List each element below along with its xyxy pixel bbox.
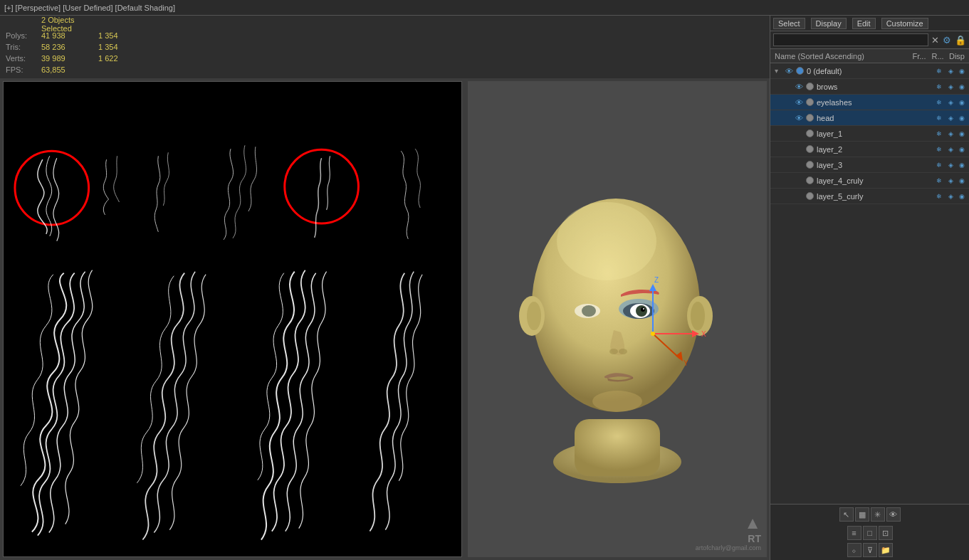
display-head[interactable]: ◉ xyxy=(956,112,968,124)
layer-tree: ▾👁0 (default)❄◈◉👁brows❄◈◉👁eyelashes❄◈◉👁h… xyxy=(770,63,969,504)
hair-svg xyxy=(4,82,461,556)
display-layer_4_cruly[interactable]: ◉ xyxy=(956,175,968,186)
layer-item-eyelashes[interactable]: 👁eyelashes❄◈◉ xyxy=(770,95,969,110)
render-layer_4_cruly[interactable]: ◈ xyxy=(945,175,956,186)
tool-row-1: ↖ ▦ ✳ 👁 xyxy=(839,507,901,522)
filter-icon[interactable]: ⚙ xyxy=(943,35,951,46)
layer-name-eyelashes: eyelashes xyxy=(817,98,933,107)
list-btn2[interactable]: □ xyxy=(863,526,877,540)
svg-point-29 xyxy=(651,332,655,336)
render-layer_1[interactable]: ◈ xyxy=(945,128,956,139)
folder-btn[interactable]: 📁 xyxy=(879,543,893,557)
render-brows[interactable]: ◈ xyxy=(945,81,956,93)
freeze-layer_2[interactable]: ❄ xyxy=(933,144,945,155)
arrow-tool[interactable]: ↖ xyxy=(839,507,854,522)
display-default[interactable]: ◉ xyxy=(956,65,968,77)
tris-val1: 58 236 xyxy=(41,43,98,51)
search-bar: ✕ ⚙ 🔒 xyxy=(770,31,969,49)
tris-val2: 1 354 xyxy=(98,43,155,51)
eye-icon-eyelashes[interactable]: 👁 xyxy=(793,97,805,108)
eye-icon-default[interactable]: 👁 xyxy=(783,65,795,77)
watermark: ▲ RT artofcharly@gmail.com xyxy=(696,513,761,551)
svg-point-19 xyxy=(592,391,642,412)
filter-btn[interactable]: ⊽ xyxy=(863,543,877,557)
render-eyelashes[interactable]: ◈ xyxy=(945,97,956,108)
render-layer_3[interactable]: ◈ xyxy=(945,159,956,171)
display-menu[interactable]: Display xyxy=(811,18,847,29)
expand-icon: ▾ xyxy=(775,67,783,75)
svg-text:X: X xyxy=(701,330,706,338)
layer-item-layer_1[interactable]: layer_1❄◈◉ xyxy=(770,126,969,142)
layer-name-layer_4_cruly: layer_4_cruly xyxy=(817,176,933,185)
col-fr-header: Fr... xyxy=(909,52,929,60)
svg-point-8 xyxy=(557,202,656,280)
clear-search-icon[interactable]: ✕ xyxy=(931,35,939,46)
color-dot-layer_5_curly xyxy=(806,192,814,200)
customize-menu[interactable]: Customize xyxy=(881,18,928,29)
main-content: 2 Objects Selected Polys: 41 938 1 354 T… xyxy=(0,16,969,560)
layer-name-head: head xyxy=(817,114,933,122)
layer-item-brows[interactable]: 👁brows❄◈◉ xyxy=(770,79,969,95)
eye-icon-brows[interactable]: 👁 xyxy=(793,81,805,93)
color-dot-layer_1 xyxy=(806,130,814,137)
layer-item-layer_5_curly[interactable]: layer_5_curly❄◈◉ xyxy=(770,189,969,204)
render-default[interactable]: ◈ xyxy=(945,65,956,77)
viewport-label: [+] [Perspective] [User Defined] [Defaul… xyxy=(4,4,175,12)
tris-label: Tris: xyxy=(6,43,41,51)
freeze-brows[interactable]: ❄ xyxy=(933,81,945,93)
svg-rect-0 xyxy=(4,110,461,528)
color-dot-layer_3 xyxy=(806,161,814,169)
svg-point-18 xyxy=(619,349,627,354)
select-tool[interactable]: ▦ xyxy=(855,507,869,522)
list-btn3[interactable]: ⊡ xyxy=(879,526,893,540)
display-layer_2[interactable]: ◉ xyxy=(956,144,968,155)
eye-tool[interactable]: 👁 xyxy=(886,507,901,522)
display-brows[interactable]: ◉ xyxy=(956,81,968,93)
fps-val: 63,855 xyxy=(41,65,98,74)
color-dot-brows xyxy=(806,83,814,90)
watermark-initials: RT xyxy=(696,533,761,544)
display-layer_1[interactable]: ◉ xyxy=(956,128,968,139)
eye-icon-head[interactable]: 👁 xyxy=(793,112,805,124)
freeze-layer_1[interactable]: ❄ xyxy=(933,128,945,139)
layer-item-default[interactable]: ▾👁0 (default)❄◈◉ xyxy=(770,63,969,79)
freeze-layer_3[interactable]: ❄ xyxy=(933,159,945,171)
svg-point-17 xyxy=(609,349,618,354)
freeze-default[interactable]: ❄ xyxy=(933,65,945,77)
layer-name-layer_2: layer_2 xyxy=(817,145,933,154)
freeze-head[interactable]: ❄ xyxy=(933,112,945,124)
column-headers: Name (Sorted Ascending) Fr... R... Disp xyxy=(770,49,969,63)
layer-item-layer_2[interactable]: layer_2❄◈◉ xyxy=(770,142,969,157)
select-menu[interactable]: Select xyxy=(773,18,805,29)
color-dot-layer_4_cruly xyxy=(806,176,814,184)
edit-menu[interactable]: Edit xyxy=(852,18,876,29)
svg-text:Y: Y xyxy=(683,359,688,367)
top-bar: [+] [Perspective] [User Defined] [Defaul… xyxy=(0,0,969,16)
hair-reference-panel xyxy=(3,81,462,557)
layer-item-layer_4_cruly[interactable]: layer_4_cruly❄◈◉ xyxy=(770,173,969,189)
display-eyelashes[interactable]: ◉ xyxy=(956,97,968,108)
freeze-eyelashes[interactable]: ❄ xyxy=(933,97,945,108)
verts-val1: 39 989 xyxy=(41,54,98,63)
layer-item-head[interactable]: 👁head❄◈◉ xyxy=(770,110,969,126)
freeze-layer_5_curly[interactable]: ❄ xyxy=(933,191,945,202)
layer-name-default: 0 (default) xyxy=(807,67,933,75)
settings-tool[interactable]: ✳ xyxy=(871,507,885,522)
display-layer_5_curly[interactable]: ◉ xyxy=(956,191,968,202)
display-layer_3[interactable]: ◉ xyxy=(956,159,968,171)
watermark-email: artofcharly@gmail.com xyxy=(696,544,761,551)
lock-icon[interactable]: 🔒 xyxy=(955,35,966,46)
tool-row-2: ≡ □ ⊡ xyxy=(847,526,893,540)
col-name-header: Name (Sorted Ascending) xyxy=(772,52,909,60)
list-btn1[interactable]: ≡ xyxy=(847,526,861,540)
render-layer_2[interactable]: ◈ xyxy=(945,144,956,155)
polys-val2: 1 354 xyxy=(98,31,155,40)
svg-text:Z: Z xyxy=(654,276,659,284)
funnel-btn[interactable]: ⬦ xyxy=(847,543,861,557)
render-head[interactable]: ◈ xyxy=(945,112,956,124)
freeze-layer_4_cruly[interactable]: ❄ xyxy=(933,175,945,186)
search-input[interactable] xyxy=(773,33,928,46)
render-layer_5_curly[interactable]: ◈ xyxy=(945,191,956,202)
fps-label: FPS: xyxy=(6,65,41,74)
layer-item-layer_3[interactable]: layer_3❄◈◉ xyxy=(770,157,969,173)
